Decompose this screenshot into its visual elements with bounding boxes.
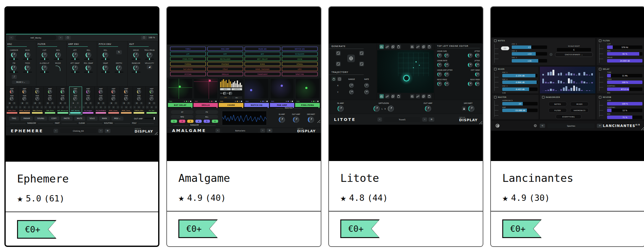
xy-button[interactable]: XY <box>171 110 194 114</box>
fx-cell-lpf[interactable]: LPF <box>170 52 206 56</box>
headphones-icon[interactable]: ∩ <box>76 102 79 105</box>
param-slider[interactable] <box>54 59 63 60</box>
sound-box-icon[interactable]: ▫ <box>150 106 153 109</box>
sound-box-icon[interactable]: ▫ <box>112 106 115 109</box>
seq-bar[interactable] <box>236 83 236 87</box>
sound-box-icon[interactable]: ▫ <box>137 106 140 109</box>
param-slider[interactable] <box>132 72 140 73</box>
fx-cell-bpf[interactable]: BPF <box>245 52 280 56</box>
param-slider[interactable]: 23 <box>502 102 538 105</box>
jitter-knob[interactable] <box>475 53 480 58</box>
pan-knob[interactable] <box>73 97 77 101</box>
scale-root-value[interactable]: C <box>557 48 591 51</box>
xy-pad-drilla[interactable] <box>194 78 218 99</box>
y-dot[interactable] <box>292 101 293 102</box>
env-curve-icon[interactable] <box>56 66 60 71</box>
product-card-litote[interactable]: GENERATETRAJECTORYRANGERATEXYTOP LEFT EN… <box>328 6 483 247</box>
scale-dropdown[interactable]: GNOSSIENNES ⌄ <box>555 52 593 57</box>
param-slider[interactable] <box>84 72 93 73</box>
param-slider[interactable]: +16 <box>512 59 547 63</box>
copy-icon[interactable] <box>421 94 426 99</box>
grain-rate-knob[interactable] <box>444 63 449 67</box>
next-sound-icon[interactable]: › <box>66 106 68 109</box>
lock-icon[interactable] <box>462 106 466 111</box>
dry-wet-knob[interactable] <box>308 117 314 123</box>
fx-slot-name[interactable]: CHORE <box>219 103 243 107</box>
dry-wet-knob[interactable] <box>468 105 474 112</box>
note-icon[interactable]: ♪ <box>12 75 17 79</box>
out-amp-slider[interactable] <box>144 118 155 119</box>
prev-sound-icon[interactable]: ‹ <box>19 106 21 109</box>
link-icon[interactable] <box>416 45 420 49</box>
headphones-icon[interactable]: ∩ <box>38 102 41 105</box>
amp-knob[interactable] <box>10 90 14 94</box>
param-slider[interactable] <box>71 72 80 73</box>
att-knob[interactable] <box>72 52 78 58</box>
prev-sound-icon[interactable]: ‹ <box>95 106 98 109</box>
seq-bar[interactable] <box>222 81 223 87</box>
sound-box-icon[interactable]: ▫ <box>125 106 128 109</box>
param-slider[interactable] <box>9 59 18 60</box>
randomize-everything-button[interactable]: EVERYTHING <box>556 114 581 119</box>
sound-box-icon[interactable]: ▫ <box>36 106 39 109</box>
prev-sound-icon[interactable]: ‹ <box>121 106 123 109</box>
paste-icon[interactable] <box>397 94 401 99</box>
param-slider[interactable] <box>101 72 110 73</box>
channel-strip-FX_SurfinBird[interactable]: AMPPAN◄∩‹▫›FX_SurfinBird <box>95 87 107 115</box>
param-slider[interactable]: +13 <box>512 52 547 56</box>
preset-name-field[interactable]: Batraciens <box>222 128 259 133</box>
speaker-icon[interactable]: ◄ <box>71 102 75 105</box>
y-rate-knob[interactable] <box>364 90 369 94</box>
fx-slot-name[interactable]: NOTCH EQ <box>244 103 269 107</box>
out-amp-knob[interactable] <box>425 105 431 112</box>
next-sound-icon[interactable]: › <box>15 106 17 109</box>
fx-cell-phased[interactable]: PHASED <box>207 62 243 66</box>
product-screenshot[interactable]: ‹HAT_Wonky›▢▢100 %OSCCARRIERMODFMFEED♪MO… <box>6 8 158 162</box>
amp-knob[interactable] <box>86 90 90 94</box>
seq-bar[interactable] <box>237 81 238 87</box>
param-slider[interactable]: -0.896 dB <box>502 81 538 84</box>
product-screenshot[interactable]: NOTES|||OSC 1C3OSC 2+13OSC 3+16SCALE ROO… <box>491 7 644 161</box>
param-button[interactable]: PARAM <box>21 117 33 121</box>
param-slider[interactable] <box>145 59 154 60</box>
param-slider[interactable]: 11 Ms <box>607 74 642 77</box>
drive-knob[interactable] <box>133 52 139 58</box>
in-amp-knob[interactable] <box>337 105 344 112</box>
headphones-icon[interactable]: ∩ <box>63 102 67 105</box>
paste-icon[interactable] <box>397 45 401 49</box>
param-slider[interactable]: -2.235 dB <box>502 74 538 77</box>
x-rate-knob[interactable] <box>364 83 369 88</box>
speaker-icon[interactable]: ◄ <box>148 102 151 105</box>
fx-cell-peak-eq[interactable]: PEAK EQ <box>245 47 280 51</box>
param-slider[interactable] <box>23 59 32 60</box>
next-preset-button[interactable]: › <box>422 117 427 122</box>
fx-cell-lofi[interactable]: LOFI <box>282 67 318 71</box>
param-slider[interactable] <box>23 72 32 73</box>
cut-knob[interactable] <box>42 52 47 58</box>
channel-strip-PERC_Glass_[interactable]: AMPPAN◄∩‹▫›PERC_Glass_ <box>107 87 120 115</box>
speaker-icon[interactable]: ◄ <box>97 102 100 105</box>
product-screenshot[interactable]: GENERATETRAJECTORYRANGERATEXYTOP LEFT EN… <box>329 7 483 161</box>
midi-button[interactable]: MIDI ⌄ <box>111 117 123 121</box>
paste-icon[interactable] <box>427 45 432 49</box>
next-sound-icon[interactable]: › <box>155 106 157 109</box>
pan-knob[interactable] <box>61 97 65 101</box>
param-slider[interactable]: 24.000 dB <box>607 59 642 63</box>
jitter-knob[interactable] <box>475 63 480 67</box>
headphones-icon[interactable]: ∩ <box>102 102 105 105</box>
slot-button-3[interactable]: 3 <box>187 120 194 123</box>
fx-cell-bot-delay[interactable]: BOT DELAY <box>245 57 280 61</box>
param-slider[interactable]: 91 % <box>607 52 642 56</box>
reso-freq-knob[interactable] <box>444 81 449 86</box>
seq-bar[interactable] <box>220 82 221 87</box>
slot-button-6[interactable]: 6 <box>212 120 218 123</box>
param-slider[interactable] <box>9 72 18 73</box>
fx-cell-thru[interactable]: THRU <box>170 47 206 51</box>
prev-preset-button[interactable]: ‹ <box>377 117 382 122</box>
link-icon[interactable] <box>385 45 390 49</box>
fx-cell-drilla[interactable]: DRILLA <box>207 72 243 76</box>
fx-cell-pitcha[interactable]: PITCHA <box>170 72 206 76</box>
fx-button[interactable]: FX <box>195 110 218 114</box>
gear-icon[interactable] <box>533 123 537 128</box>
section-toggle-icon[interactable] <box>599 68 601 70</box>
